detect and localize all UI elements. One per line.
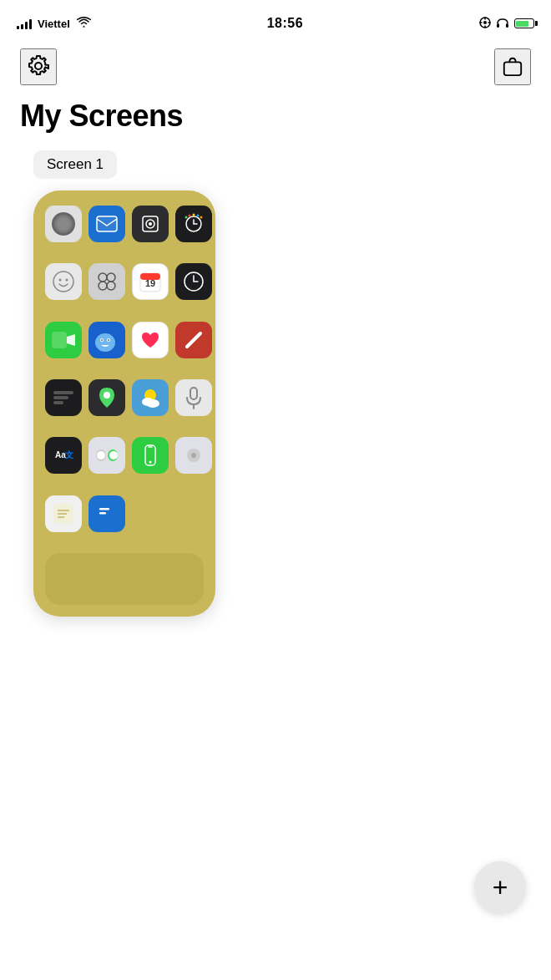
app-icon-settings-toggle[interactable] [88,437,125,474]
carrier-name: Viettel [38,18,70,30]
svg-point-19 [53,272,73,292]
svg-rect-37 [53,396,68,399]
app-icon-mapmarker[interactable] [88,379,125,416]
signal-bar-4 [29,19,32,29]
app-grid: 19 [45,206,204,546]
svg-point-50 [109,451,118,460]
svg-point-31 [95,333,115,352]
app-icon-health[interactable] [132,322,169,358]
svg-point-12 [149,222,152,226]
settings-button[interactable] [20,48,57,85]
svg-rect-43 [190,388,197,399]
svg-point-1 [483,21,487,24]
plus-icon: + [493,872,508,903]
svg-point-24 [99,282,107,290]
svg-point-22 [99,273,107,282]
svg-point-21 [66,279,68,282]
app-icon-overflow[interactable] [45,379,82,416]
status-right [479,17,534,31]
app-icon-controlcenter[interactable] [88,263,125,300]
svg-point-16 [193,214,195,216]
svg-text:19: 19 [145,278,155,288]
app-icon-reeder[interactable] [175,322,212,358]
svg-text:文: 文 [65,450,73,460]
svg-rect-8 [504,62,521,75]
status-bar: Viettel 18:56 [0,0,551,42]
status-time: 18:56 [267,16,303,31]
header-toolbar [0,42,551,92]
screens-container: Screen 1 [0,150,551,617]
screen-label[interactable]: Screen 1 [33,150,117,179]
svg-point-23 [107,273,115,282]
svg-rect-62 [99,508,109,510]
svg-rect-7 [506,23,508,28]
svg-point-49 [97,451,105,460]
app-icon-facetime[interactable] [45,322,82,358]
gear-icon [27,54,50,80]
svg-point-20 [59,279,62,282]
signal-bars [17,18,32,29]
svg-rect-61 [97,505,117,520]
signal-bar-2 [21,24,23,29]
app-icon-chat[interactable] [88,495,125,532]
svg-point-39 [104,392,110,399]
phone-mockup[interactable]: 19 [33,190,215,617]
app-icon-iphone[interactable] [132,437,169,474]
app-icon-mic[interactable] [175,379,212,416]
svg-rect-9 [97,216,117,231]
screen-card[interactable]: Screen 1 [33,150,215,617]
status-left: Viettel [17,17,91,30]
svg-rect-63 [99,512,106,515]
svg-point-34 [101,339,103,341]
app-icon-watch[interactable] [175,206,212,242]
app-icon-clock[interactable] [175,263,212,300]
svg-point-15 [189,215,191,217]
signal-bar-3 [25,22,28,29]
phone-dock [45,553,204,605]
app-icon-camera[interactable] [45,206,82,242]
svg-point-52 [149,461,152,464]
location-icon [479,17,491,31]
add-screen-button[interactable]: + [474,861,526,913]
svg-point-17 [197,215,200,217]
svg-point-18 [200,216,203,219]
svg-point-25 [107,282,115,290]
bag-button[interactable] [494,48,531,85]
page-title: My Screens [0,92,551,150]
app-icon-screenshot[interactable] [132,206,169,242]
app-icon-translate[interactable]: Aa 文 [45,437,82,474]
svg-rect-30 [52,332,67,348]
app-icon-emoji[interactable] [45,263,82,300]
app-icon-siri[interactable] [175,437,212,474]
app-icon-notes[interactable] [45,495,82,532]
svg-point-35 [108,339,109,341]
wifi-icon [77,17,91,30]
svg-point-42 [146,399,159,408]
app-icon-calendar[interactable]: 19 [132,263,169,300]
signal-bar-1 [17,26,19,29]
svg-rect-6 [497,23,499,28]
headphone-icon [496,17,509,31]
battery [514,18,534,28]
svg-point-56 [191,453,196,458]
camera-lens [52,212,75,236]
svg-rect-36 [53,391,73,394]
shopping-bag-icon [502,55,523,79]
app-icon-mail[interactable] [88,206,125,242]
svg-point-14 [185,216,188,219]
app-icon-weather[interactable] [132,379,169,416]
svg-rect-38 [53,401,63,404]
app-icon-finder[interactable] [88,322,125,358]
